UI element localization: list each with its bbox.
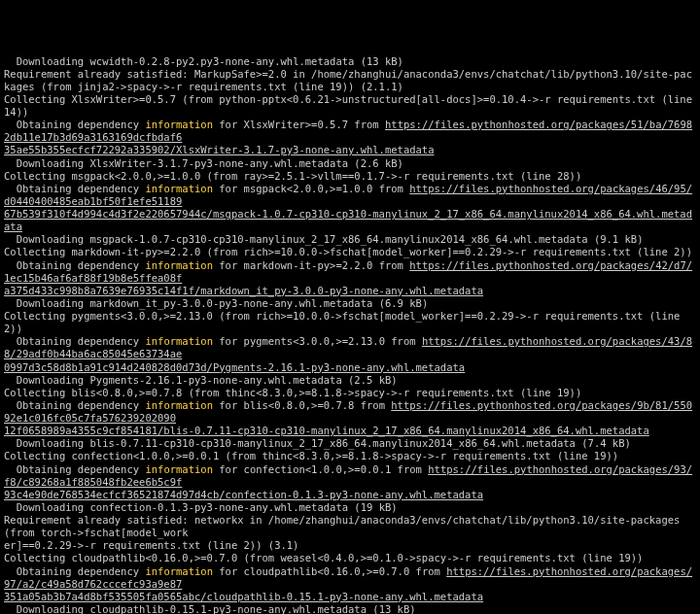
terminal-line: Downloading msgpack-1.0.7-cp310-cp310-ma… [4,233,696,246]
terminal-line: Obtaining dependency information for pyg… [4,335,696,360]
terminal-line: Obtaining dependency information for clo… [4,565,696,591]
terminal-line: er]==0.2.29->-r requirements.txt (line 2… [4,539,696,552]
terminal-line: Requirement already satisfied: networkx … [4,514,696,539]
terminal-line: Obtaining dependency information for bli… [4,399,696,425]
terminal-line: 0997d3c58d8b1a91c914d240828d0d73d/Pygmen… [4,361,696,374]
terminal-line: Downloading blis-0.7.11-cp310-cp310-many… [4,437,696,450]
terminal-line: Obtaining dependency information for msg… [4,183,696,208]
terminal-line: Collecting msgpack<2.0.0,>=1.0.0 (from r… [4,170,696,183]
terminal-line: Downloading markdown_it_py-3.0.0-py3-non… [4,297,696,310]
terminal-line: 12f0658989a4355c9cf854181/blis-0.7.11-cp… [4,425,696,437]
terminal-line: Requirement already satisfied: MarkupSaf… [4,68,696,93]
terminal-line: Obtaining dependency information for mar… [4,259,696,285]
terminal-line: Downloading XlsxWriter-3.1.7-py3-none-an… [4,157,696,170]
terminal-line: 35ae55b355ecfcf72292a335902/XlsxWriter-3… [4,144,696,156]
terminal-line: Collecting XlsxWriter>=0.5.7 (from pytho… [4,93,696,119]
terminal-line: 67b539f310f4d994c4d3f2e220657944c/msgpac… [4,208,696,233]
terminal-line: Obtaining dependency information for con… [4,463,696,489]
terminal-line: Downloading Pygments-2.16.1-py3-none-any… [4,374,696,387]
terminal-line: Collecting markdown-it-py>=2.2.0 (from r… [4,246,696,258]
terminal-line: 93c4e90de768534ecfcf36521874d97d4cb/conf… [4,489,696,501]
terminal-line: a375d433c998b8a7639e76935c14f1f/markdown… [4,285,696,297]
terminal-line: Downloading cloudpathlib-0.15.1-py3-none… [4,603,696,614]
terminal-line: Obtaining dependency information for Xls… [4,119,696,144]
terminal-line: Downloading confection-0.1.3-py3-none-an… [4,501,696,514]
terminal-line: Downloading wcwidth-0.2.8-py2.py3-none-a… [4,55,696,68]
terminal-line: Collecting confection<1.0.0,>=0.0.1 (fro… [4,450,696,462]
terminal-line: 351a05ab3b7a4d8bf535505fa0565abc/cloudpa… [4,591,696,603]
terminal-output: Downloading wcwidth-0.2.8-py2.py3-none-a… [4,55,696,615]
terminal-line: Collecting pygments<3.0.0,>=2.13.0 (from… [4,310,696,335]
terminal-line: Collecting cloudpathlib<0.16.0,>=0.7.0 (… [4,552,696,564]
terminal-line: Collecting blis<0.8.0,>=0.7.8 (from thin… [4,387,696,399]
